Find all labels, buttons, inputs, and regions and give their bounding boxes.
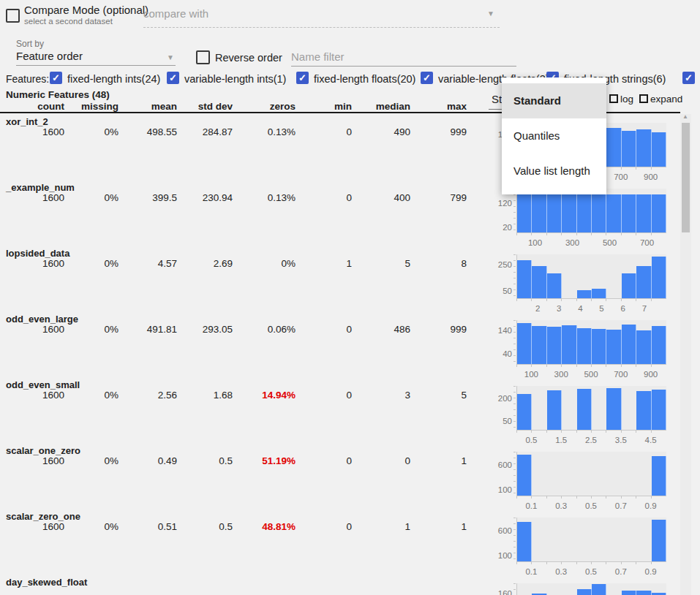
x-axis-label: 100 xyxy=(515,370,547,379)
feature-type-checkbox[interactable]: ✓ xyxy=(167,72,179,84)
x-axis-label: 900 xyxy=(635,173,667,181)
x-axis-label: 3.5 xyxy=(605,436,637,444)
histogram-chart: 6001000.10.30.50.70.9 xyxy=(483,510,670,576)
histogram-bar xyxy=(547,390,562,430)
x-axis-label: 2.5 xyxy=(575,436,607,444)
y-axis-label: 140 xyxy=(483,326,512,335)
sort-by-select[interactable]: Feature order xyxy=(16,50,83,62)
y-axis-ticks xyxy=(513,452,516,496)
feature-name: day_skewed_float xyxy=(6,577,87,588)
table-row: odd_even_small16000%2.561.6814.94%035200… xyxy=(0,379,680,444)
stat-cell-max: 8 xyxy=(0,258,467,269)
x-axis-label: 0.5 xyxy=(575,567,607,576)
menu-item-quantiles[interactable]: Quantiles xyxy=(502,118,606,154)
x-axis-label: 700 xyxy=(605,173,637,181)
histogram-bar xyxy=(592,194,606,232)
expand-label: expand xyxy=(650,94,682,105)
table-row: day_skewed_float160 xyxy=(0,576,680,595)
histogram-bar xyxy=(652,132,666,167)
facets-overview-page: Compare Mode (optional) select a second … xyxy=(0,0,700,595)
compare-with-select[interactable]: compare with xyxy=(143,7,208,20)
histogram-plot[interactable] xyxy=(516,189,666,233)
histogram-bar xyxy=(547,273,562,298)
histogram-chart: 6001000.10.30.50.70.9 xyxy=(483,444,670,510)
histogram-plot[interactable] xyxy=(516,386,666,431)
histogram-bar xyxy=(622,591,636,595)
name-filter-input[interactable]: Name filter xyxy=(291,50,345,63)
y-axis-label: 600 xyxy=(483,461,512,469)
histogram-bar xyxy=(517,522,532,561)
feature-type-checkbox[interactable]: ✓ xyxy=(421,72,433,84)
histogram-bar xyxy=(622,194,636,232)
x-axis-label: 0.3 xyxy=(545,501,577,510)
histogram-chart: 14040100300500700900 xyxy=(483,313,670,379)
feature-type-label: fixed-length ints(24) xyxy=(67,73,160,85)
histogram-bar xyxy=(562,194,576,232)
y-axis-label: 40 xyxy=(483,349,512,358)
histogram-bar xyxy=(592,584,606,595)
table-row: scalar_zero_one16000%0.510.548.81%011600… xyxy=(0,510,680,576)
y-axis-ticks xyxy=(513,320,516,364)
histogram-plot[interactable] xyxy=(516,254,666,299)
feature-name: scalar_zero_one xyxy=(6,511,80,522)
x-axis-ticks xyxy=(516,298,666,301)
feature-type-checkbox[interactable]: ✓ xyxy=(682,72,695,84)
feature-type-checkbox[interactable]: ✓ xyxy=(50,72,62,84)
compare-mode-subtitle: select a second dataset xyxy=(24,17,113,26)
x-axis-label: 0.9 xyxy=(635,567,667,576)
x-axis-label: 1.5 xyxy=(545,436,577,444)
compare-mode-checkbox[interactable] xyxy=(6,9,20,23)
histogram-plot[interactable] xyxy=(516,518,666,562)
x-axis-label: 0.5 xyxy=(575,501,607,510)
stat-cell-max: 5 xyxy=(0,390,467,401)
histogram-bar xyxy=(547,194,562,232)
feature-name: _example_num xyxy=(6,182,75,193)
expand-checkbox[interactable]: expand xyxy=(639,94,682,105)
feature-name: odd_even_small xyxy=(6,379,80,390)
y-axis-label: 20 xyxy=(483,223,512,232)
histogram-bar xyxy=(532,326,546,364)
histogram-bar xyxy=(517,394,532,430)
histogram-bar xyxy=(652,257,666,298)
x-axis-ticks xyxy=(516,561,666,564)
feature-name: scalar_one_zero xyxy=(6,445,80,456)
reverse-order-checkbox[interactable] xyxy=(196,50,210,64)
histogram-plot[interactable] xyxy=(516,320,666,365)
histogram-chart: 25050234567 xyxy=(483,247,670,313)
table-row: odd_even_large16000%491.81293.050.06%048… xyxy=(0,313,680,379)
y-axis-ticks xyxy=(513,386,516,430)
histogram-bar xyxy=(636,194,651,232)
menu-item-value-list-length[interactable]: Value list length xyxy=(502,154,606,189)
histogram-bar xyxy=(606,330,621,364)
chevron-down-icon: ▼ xyxy=(487,10,494,18)
log-checkbox[interactable]: log xyxy=(609,94,633,105)
column-header: max xyxy=(0,101,467,112)
histogram-plot[interactable] xyxy=(516,452,666,496)
histogram-bar xyxy=(652,390,666,430)
x-axis-ticks xyxy=(516,430,666,433)
scroll-up-icon[interactable]: ▲ xyxy=(682,113,688,120)
histogram-bar xyxy=(517,260,532,298)
x-axis-label: 4.5 xyxy=(635,436,667,444)
x-axis-label: 700 xyxy=(631,238,663,247)
feature-name: odd_even_large xyxy=(6,314,78,325)
histogram-bar xyxy=(592,289,606,298)
scrollbar[interactable]: ▲ xyxy=(680,114,691,595)
compare-with-underline xyxy=(143,27,500,28)
x-axis-label: 0.7 xyxy=(605,501,637,510)
histogram-bar xyxy=(622,273,636,298)
histogram-bar xyxy=(547,327,562,364)
histogram-plot[interactable] xyxy=(516,583,666,595)
menu-item-standard[interactable]: Standard xyxy=(502,83,606,118)
scrollbar-thumb[interactable] xyxy=(682,123,690,232)
histogram-bar xyxy=(652,520,666,561)
log-checkbox-box xyxy=(609,94,618,103)
y-axis-label: 600 xyxy=(483,526,512,535)
x-axis-label: 0.9 xyxy=(635,501,667,510)
y-axis-label: 100 xyxy=(483,551,512,560)
x-axis-label: 0.1 xyxy=(515,501,547,510)
feature-type-checkbox[interactable]: ✓ xyxy=(296,72,309,84)
reverse-order-label: Reverse order xyxy=(215,52,282,64)
x-axis-label: 500 xyxy=(575,370,607,379)
histogram-bar xyxy=(577,589,592,595)
